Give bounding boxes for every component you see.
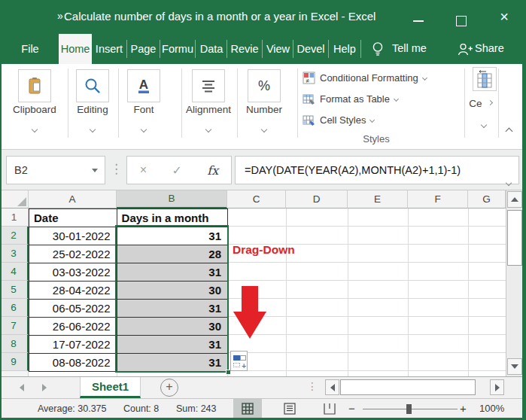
close-button[interactable]: × xyxy=(493,6,515,29)
tab-file[interactable]: File xyxy=(11,34,49,64)
cells-group-label: Ce xyxy=(464,98,488,109)
new-sheet-button[interactable]: + xyxy=(160,379,178,397)
cell-b3[interactable]: 28 xyxy=(117,245,228,263)
cell-styles-button[interactable]: Cell Styles xyxy=(303,112,374,127)
tell-me-button[interactable] xyxy=(371,41,385,62)
share-label[interactable]: Share xyxy=(475,42,504,54)
tell-me-label[interactable]: Tell me xyxy=(392,42,427,54)
cell-a1[interactable]: Date xyxy=(29,209,117,227)
editing-group-chevron[interactable] xyxy=(90,121,95,135)
column-header-b[interactable]: B xyxy=(117,190,227,208)
tab-developer[interactable]: Devel xyxy=(293,34,328,64)
share-button[interactable] xyxy=(458,42,473,59)
cell-a7[interactable]: 26-06-2022 xyxy=(29,318,117,336)
row-header-5[interactable]: 5 xyxy=(0,281,29,299)
row-header-9[interactable]: 9 xyxy=(0,353,29,371)
zoom-level[interactable]: 100% xyxy=(479,399,504,418)
enter-button[interactable]: ✓ xyxy=(172,163,181,178)
cell-a6[interactable]: 06-05-2022 xyxy=(29,300,117,318)
maximize-button[interactable] xyxy=(448,8,474,30)
column-header-a[interactable]: A xyxy=(29,190,117,208)
formula-input[interactable]: =DAY(DATE(YEAR(A2),MONTH(A2)+1,1)-1) xyxy=(235,156,519,184)
cell-b5[interactable]: 30 xyxy=(117,282,228,300)
vertical-scrollbar-thumb[interactable] xyxy=(507,210,522,266)
sheet-tab-sheet1[interactable]: Sheet1 xyxy=(80,377,141,398)
cell-b9[interactable]: 31 xyxy=(117,354,228,372)
next-sheet-button[interactable] xyxy=(42,384,47,391)
name-box[interactable]: B2 xyxy=(6,156,105,184)
alignment-group-button[interactable] xyxy=(192,69,225,102)
scroll-up-button[interactable] xyxy=(507,191,522,208)
tab-view[interactable]: View xyxy=(263,34,293,64)
zoom-slider-handle[interactable] xyxy=(406,404,412,414)
cell-b6[interactable]: 31 xyxy=(117,300,228,318)
cell-a2[interactable]: 30-01-2022 xyxy=(29,227,117,245)
quick-access-toolbar-icon[interactable]: » xyxy=(57,10,62,22)
font-group-button[interactable]: A xyxy=(127,69,160,102)
cell-a3[interactable]: 25-02-2022 xyxy=(29,245,117,263)
row-header-6[interactable]: 6 xyxy=(0,299,29,317)
row-header-8[interactable]: 8 xyxy=(0,335,29,353)
collapse-ribbon-button[interactable] xyxy=(506,129,512,134)
scroll-left-button[interactable] xyxy=(325,379,339,395)
cells-group-button[interactable] xyxy=(473,67,497,91)
number-group-chevron[interactable] xyxy=(262,121,266,135)
tab-bar-drag-handle[interactable]: ⋮ xyxy=(307,380,318,392)
column-header-g[interactable]: G xyxy=(468,190,506,208)
formula-bar-drag-handle[interactable]: ⋮ xyxy=(110,161,123,177)
select-all-button[interactable] xyxy=(0,190,29,208)
row-header-2[interactable]: 2 xyxy=(0,227,29,245)
minimize-button[interactable] xyxy=(405,8,432,30)
autofill-icon-dotted-cell xyxy=(233,363,240,367)
tab-help[interactable]: Help xyxy=(329,34,360,64)
conditional-formatting-button[interactable]: ≠ Conditional Formatting xyxy=(303,70,427,85)
cell-a9[interactable]: 08-08-2022 xyxy=(29,354,117,372)
cell-b7[interactable]: 30 xyxy=(117,318,228,336)
column-header-c[interactable]: C xyxy=(227,190,286,208)
insert-function-button[interactable]: fx xyxy=(207,163,218,178)
row-header-partial[interactable] xyxy=(0,371,29,376)
format-as-table-button[interactable]: Format as Table xyxy=(303,91,398,106)
alignment-group-chevron[interactable] xyxy=(206,121,211,135)
zoom-out-button[interactable]: − xyxy=(348,399,355,418)
row-header-3[interactable]: 3 xyxy=(0,245,29,263)
scroll-down-button[interactable] xyxy=(507,358,522,375)
row-header-7[interactable]: 7 xyxy=(0,317,29,335)
horizontal-scrollbar-thumb[interactable] xyxy=(340,379,476,395)
tab-home[interactable]: Home xyxy=(59,34,92,64)
tab-formulas[interactable]: Formu xyxy=(160,34,195,64)
column-header-f[interactable]: F xyxy=(408,190,468,208)
clipboard-group-button[interactable] xyxy=(18,69,51,102)
tab-data[interactable]: Data xyxy=(196,34,227,64)
cell-b4[interactable]: 31 xyxy=(117,263,228,282)
name-box-dropdown[interactable] xyxy=(92,169,98,172)
cell-b1[interactable]: Days in a month xyxy=(117,209,228,227)
tab-review[interactable]: Revie xyxy=(227,34,262,64)
cells-group-chevron[interactable] xyxy=(482,117,486,130)
column-header-e[interactable]: E xyxy=(348,190,408,208)
page-layout-view-button[interactable] xyxy=(275,399,304,418)
cell-b8[interactable]: 31 xyxy=(117,336,228,354)
prev-sheet-button[interactable] xyxy=(20,384,24,391)
column-header-d[interactable]: D xyxy=(286,190,348,208)
autofill-options-button[interactable]: + xyxy=(230,351,248,371)
normal-view-button[interactable] xyxy=(233,399,262,418)
tab-page-layout[interactable]: Page xyxy=(127,34,160,64)
tab-insert[interactable]: Insert xyxy=(92,34,126,64)
number-group-button[interactable]: % xyxy=(248,69,281,102)
vertical-scrollbar[interactable] xyxy=(506,190,523,376)
editing-group-button[interactable] xyxy=(76,69,109,102)
row-header-4[interactable]: 4 xyxy=(0,263,29,281)
zoom-in-button[interactable]: + xyxy=(460,399,467,418)
scroll-right-button[interactable] xyxy=(490,379,504,395)
cell-a8[interactable]: 17-07-2022 xyxy=(29,336,117,354)
row-header-1[interactable]: 1 xyxy=(0,208,29,227)
font-group-chevron[interactable] xyxy=(141,121,146,135)
cell-a5[interactable]: 28-04-2022 xyxy=(29,282,117,300)
cancel-button[interactable]: × xyxy=(140,163,147,177)
page-break-preview-button[interactable] xyxy=(315,399,344,418)
chevron-down-icon xyxy=(141,126,147,132)
clipboard-group-chevron[interactable] xyxy=(32,121,37,135)
cell-a4[interactable]: 03-03-2022 xyxy=(29,263,117,282)
cell-b2-active[interactable]: 31 xyxy=(117,227,228,245)
